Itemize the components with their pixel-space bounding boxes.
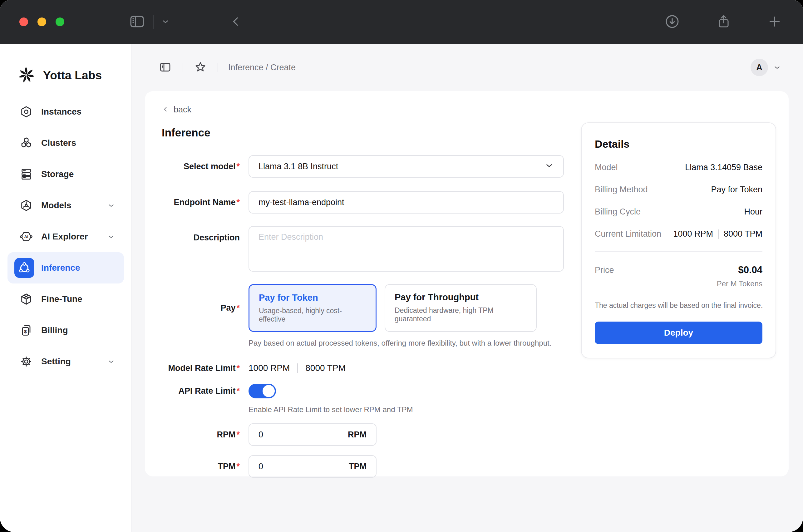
details-row-label: Current Limitation <box>595 229 661 239</box>
select-model-value: Llama 3.1 8B Instruct <box>259 162 338 171</box>
select-model-label: Select model* <box>162 162 240 171</box>
limitation-tpm: 8000 TPM <box>724 229 762 239</box>
brand-name: Yotta Labs <box>43 69 102 82</box>
sidebar-panel-icon <box>129 15 146 29</box>
pay-for-token-option[interactable]: Pay for Token Usage-based, highly cost-e… <box>249 284 377 332</box>
svg-text:$: $ <box>24 329 27 334</box>
titlebar-sidebar-dropdown-button[interactable] <box>159 15 172 29</box>
plus-icon <box>767 14 782 30</box>
avatar[interactable]: A <box>750 59 768 76</box>
traffic-lights <box>19 18 64 26</box>
clusters-icon <box>20 137 33 149</box>
pay-option-subtitle: Usage-based, highly cost-effective <box>259 307 366 323</box>
sidebar-item-instances[interactable]: Instances <box>7 96 124 127</box>
breadcrumb-separator <box>217 63 218 72</box>
svg-text:AI: AI <box>24 234 28 239</box>
macos-titlebar <box>0 0 803 44</box>
sidebar-item-models[interactable]: Models <box>7 190 124 221</box>
description-textarea[interactable] <box>259 232 554 265</box>
sidebar-item-inference[interactable]: Inference <box>7 252 124 284</box>
api-rate-limit-toggle[interactable] <box>249 384 276 398</box>
rpm-row: RPM* 0 RPM <box>162 423 789 446</box>
sidebar-item-label: Inference <box>41 263 80 273</box>
sidebar: Yotta Labs Instances <box>0 44 132 532</box>
sidebar-item-fine-tune[interactable]: Fine-Tune <box>7 284 124 315</box>
sidebar-item-label: Instances <box>41 107 81 117</box>
close-window-button[interactable] <box>19 18 28 26</box>
back-label: back <box>174 105 191 115</box>
sidebar-item-storage[interactable]: Storage <box>7 158 124 190</box>
details-panel: Details Model Llama 3.14059 Base Billing… <box>581 122 776 358</box>
sidebar-nav: Instances Clusters <box>0 94 131 377</box>
sidebar-item-billing[interactable]: $ Billing <box>7 315 124 346</box>
price-unit: Per M Tokens <box>595 280 762 288</box>
select-model-dropdown[interactable]: Llama 3.1 8B Instruct <box>249 155 564 178</box>
required-marker: * <box>236 162 240 171</box>
minimize-window-button[interactable] <box>37 18 46 26</box>
titlebar-sidebar-toggle-button[interactable] <box>127 13 147 31</box>
api-rate-limit-row: API Rate Limit* <box>162 384 789 398</box>
zoom-window-button[interactable] <box>56 18 64 26</box>
models-icon <box>20 199 33 212</box>
description-field-wrap <box>249 226 564 272</box>
chevron-down-icon[interactable] <box>773 63 781 72</box>
titlebar-new-tab-button[interactable] <box>766 13 784 32</box>
chevron-down-icon <box>544 161 554 172</box>
pay-option-subtitle: Dedicated hardware, high TPM guaranteed <box>395 306 527 323</box>
sidebar-item-label: Models <box>41 201 71 210</box>
app-window: Yotta Labs Instances <box>0 0 803 532</box>
chevron-down-icon <box>107 358 115 366</box>
sidebar-item-ai-explorer[interactable]: AI AI Explorer <box>7 221 124 252</box>
required-marker: * <box>236 363 240 373</box>
endpoint-name-input[interactable] <box>259 197 554 207</box>
api-rate-limit-label: API Rate Limit* <box>162 386 240 396</box>
details-billing-method-row: Billing Method Pay for Token <box>595 185 762 194</box>
details-row-value: Llama 3.14059 Base <box>685 163 762 172</box>
details-note: The actual charges will be based on the … <box>595 301 762 310</box>
value-divider <box>718 229 719 239</box>
deploy-button[interactable]: Deploy <box>595 322 762 344</box>
sidebar-item-label: Clusters <box>41 138 76 148</box>
favorite-button[interactable] <box>193 60 208 75</box>
required-marker: * <box>236 430 240 439</box>
endpoint-name-label: Endpoint Name* <box>162 197 240 207</box>
tpm-input[interactable]: 0 TPM <box>249 455 377 478</box>
star-icon <box>194 61 206 74</box>
details-divider <box>595 251 762 252</box>
details-row-label: Billing Cycle <box>595 207 641 217</box>
required-marker: * <box>236 197 240 207</box>
sidebar-item-label: Storage <box>41 169 74 179</box>
rpm-suffix: RPM <box>348 430 366 440</box>
fine-tune-icon <box>20 293 33 305</box>
chevron-left-icon <box>162 106 169 114</box>
breadcrumb: Inference / Create <box>228 63 296 72</box>
titlebar-separator <box>153 15 154 29</box>
titlebar-share-button[interactable] <box>714 12 733 33</box>
details-row-value: Hour <box>744 207 762 217</box>
value-divider <box>297 363 298 373</box>
sidebar-item-setting[interactable]: Setting <box>7 346 124 377</box>
titlebar-back-button[interactable] <box>228 13 244 31</box>
pay-option-title: Pay for Throughput <box>395 292 527 303</box>
tpm-value: 0 <box>259 462 263 471</box>
tpm-row: TPM* 0 TPM <box>162 455 789 478</box>
model-rate-limit-value: 1000 RPM 8000 TPM <box>249 363 346 373</box>
pay-label: Pay* <box>162 303 240 313</box>
chevron-down-icon <box>161 17 170 27</box>
sidebar-item-clusters[interactable]: Clusters <box>7 127 124 158</box>
inference-icon <box>14 258 34 278</box>
limitation-rpm: 1000 RPM <box>673 229 713 239</box>
required-marker: * <box>236 386 240 396</box>
chevron-left-icon <box>230 15 242 29</box>
sidebar-item-label: Setting <box>41 357 71 366</box>
tpm-label: TPM* <box>162 462 240 471</box>
price-label: Price <box>595 265 614 275</box>
pay-for-throughput-option[interactable]: Pay for Throughput Dedicated hardware, h… <box>385 284 537 332</box>
titlebar-downloads-button[interactable] <box>663 12 682 32</box>
setting-gear-icon <box>20 355 33 368</box>
sidebar-item-label: AI Explorer <box>41 232 88 242</box>
rpm-input[interactable]: 0 RPM <box>249 423 377 446</box>
back-link[interactable]: back <box>162 105 191 115</box>
sidebar-collapse-button[interactable] <box>158 61 173 75</box>
chevron-down-icon <box>107 233 115 241</box>
